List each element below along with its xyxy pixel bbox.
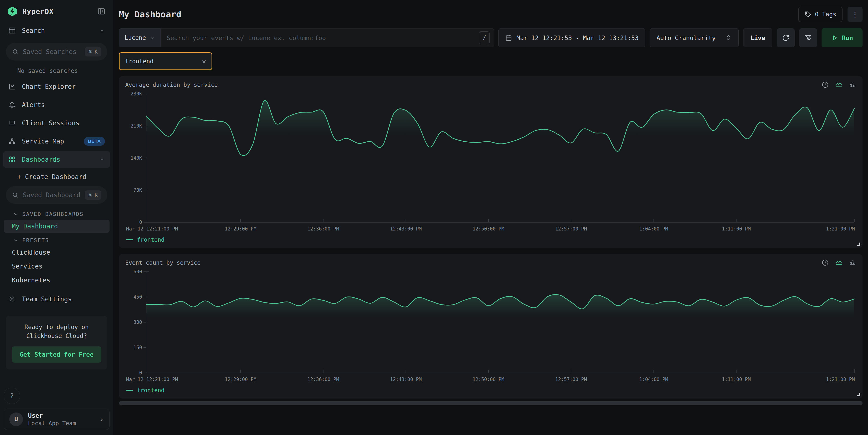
close-icon[interactable]: ✕	[202, 57, 206, 65]
logo-row: HyperDX	[0, 0, 113, 22]
page-header: My Dashboard 0 Tags ⋮	[119, 7, 863, 22]
panel-header: Event count by service	[125, 259, 856, 266]
line-chart-average-duration[interactable]: 070K140K210K280KMar 12 12:21:00 PM12:29:…	[125, 90, 856, 236]
sidebar-item-label: Client Sessions	[22, 119, 105, 127]
calendar-icon	[505, 34, 512, 41]
date-range-picker[interactable]: Mar 12 12:21:53 - Mar 12 13:21:53	[498, 28, 645, 48]
filter-chip-frontend[interactable]: frontend ✕	[119, 52, 212, 70]
sidebar-item-search[interactable]: Search	[3, 22, 110, 39]
y-tick-label: 0	[139, 220, 142, 225]
event-search-input[interactable]	[161, 28, 479, 47]
section-label: PRESETS	[22, 237, 49, 243]
service-map-icon	[8, 137, 16, 145]
filter-button[interactable]	[799, 28, 817, 48]
main-content: My Dashboard 0 Tags ⋮ Lucene /	[114, 0, 868, 435]
y-tick-label: 450	[133, 294, 142, 300]
x-tick-label: 12:57:00 PM	[555, 226, 587, 231]
sidebar-item-dashboards[interactable]: Dashboards	[3, 151, 110, 167]
legend-label-frontend: frontend	[137, 237, 164, 243]
sidebar-item-client-sessions[interactable]: Client Sessions	[3, 115, 110, 131]
saved-searches-input[interactable]	[23, 48, 81, 56]
help-button[interactable]: ?	[4, 387, 20, 404]
app-title: HyperDX	[22, 7, 92, 15]
tags-button[interactable]: 0 Tags	[798, 7, 842, 22]
line-chart-icon[interactable]	[835, 259, 842, 266]
filter-funnel-icon	[804, 34, 812, 42]
user-meta: User Local App Team	[28, 412, 94, 427]
sidebar-collapse-button[interactable]	[96, 6, 106, 17]
sidebar-item-my-dashboard[interactable]: My Dashboard	[4, 220, 110, 233]
x-tick-label: 12:36:00 PM	[307, 226, 339, 231]
legend-label-frontend: frontend	[137, 387, 164, 394]
clickhouse-cloud-card: Ready to deploy on ClickHouse Cloud? Get…	[6, 316, 107, 369]
hyperdx-logo-icon	[7, 6, 18, 17]
sidebar-item-label: Service Map	[22, 137, 78, 145]
user-name: User	[28, 412, 94, 419]
sidebar-item-preset-services[interactable]: Services	[4, 260, 110, 273]
create-dashboard-button[interactable]: + Create Dashboard	[0, 168, 113, 183]
sidebar-item-preset-kubernetes[interactable]: Kubernetes	[4, 274, 110, 287]
x-tick-label: 12:29:00 PM	[225, 377, 256, 382]
saved-searches-search[interactable]: ⌘ K	[6, 43, 107, 61]
query-language-select[interactable]: Lucene	[119, 28, 161, 47]
search-section-icon	[8, 27, 16, 34]
sidebar-item-alerts[interactable]: Alerts	[3, 97, 110, 113]
saved-dashboards-section-header[interactable]: SAVED DASHBOARDS	[0, 207, 113, 219]
bar-chart-icon[interactable]	[849, 259, 856, 266]
panel-resize-grip[interactable]	[857, 243, 860, 246]
section-label: SAVED DASHBOARDS	[22, 211, 84, 217]
y-tick-label: 300	[133, 319, 142, 325]
series-area-fill	[146, 294, 854, 373]
series-area-fill	[146, 100, 854, 222]
sidebar-item-service-map[interactable]: Service Map BETA	[3, 133, 110, 149]
play-icon	[831, 34, 838, 41]
x-tick-label: 12:36:00 PM	[307, 377, 339, 382]
x-tick-label: Mar 12 12:21:00 PM	[126, 226, 178, 231]
presets-section-header[interactable]: PRESETS	[0, 233, 113, 246]
sidebar-item-team-settings[interactable]: Team Settings	[3, 291, 110, 307]
saved-dashboards-search[interactable]: ⌘ K	[6, 186, 107, 204]
sidebar-item-chart-explorer[interactable]: Chart Explorer	[3, 79, 110, 95]
chevron-right-icon: ›	[99, 415, 104, 424]
y-tick-label: 70K	[133, 187, 142, 193]
chart-explorer-icon	[8, 83, 16, 90]
run-button[interactable]: Run	[822, 28, 863, 48]
legend-swatch-frontend	[126, 390, 133, 391]
query-box: Lucene /	[119, 28, 494, 48]
bell-icon	[8, 101, 16, 108]
run-label: Run	[842, 34, 853, 41]
get-started-button[interactable]: Get Started for Free	[12, 346, 101, 363]
horizontal-scrollbar[interactable]	[119, 401, 863, 405]
x-tick-label: 1:11:00 PM	[722, 377, 750, 382]
y-tick-label: 0	[139, 370, 142, 376]
page-title: My Dashboard	[119, 9, 798, 19]
panel-resize-grip[interactable]	[857, 393, 860, 396]
panel-header: Average duration by service	[125, 81, 856, 88]
date-range-value: Mar 12 12:21:53 - Mar 12 13:21:53	[517, 34, 639, 41]
bar-chart-icon[interactable]	[849, 81, 856, 88]
user-team: Local App Team	[28, 420, 94, 427]
x-tick-label: Mar 12 12:21:00 PM	[126, 377, 178, 382]
granularity-select[interactable]: Auto Granularity	[650, 28, 739, 48]
active-filters-row: frontend ✕	[119, 52, 863, 70]
saved-dashboards-input[interactable]	[23, 191, 81, 199]
clock-icon[interactable]	[822, 81, 829, 88]
chart-title: Average duration by service	[125, 82, 822, 88]
sidebar-spacer	[0, 369, 113, 387]
user-profile-card[interactable]: U User Local App Team ›	[4, 409, 110, 430]
refresh-button[interactable]	[777, 28, 795, 48]
line-chart-icon[interactable]	[835, 81, 842, 88]
dashboard-menu-button[interactable]: ⋮	[847, 7, 863, 22]
clock-icon[interactable]	[822, 259, 829, 266]
kebab-icon: ⋮	[851, 11, 859, 18]
line-chart-event-count[interactable]: 0150300450600Mar 12 12:21:00 PM12:29:00 …	[125, 268, 856, 386]
no-saved-searches-note: No saved searches	[0, 64, 113, 77]
live-button[interactable]: Live	[743, 28, 772, 48]
x-tick-label: 12:43:00 PM	[390, 377, 422, 382]
query-language-value: Lucene	[125, 34, 146, 41]
sidebar-item-label: Alerts	[22, 101, 105, 108]
sidebar-item-preset-clickhouse[interactable]: ClickHouse	[4, 246, 110, 259]
sidebar-item-label: Chart Explorer	[22, 83, 105, 90]
avatar: U	[9, 412, 23, 426]
filter-chip-value: frontend	[125, 58, 153, 65]
